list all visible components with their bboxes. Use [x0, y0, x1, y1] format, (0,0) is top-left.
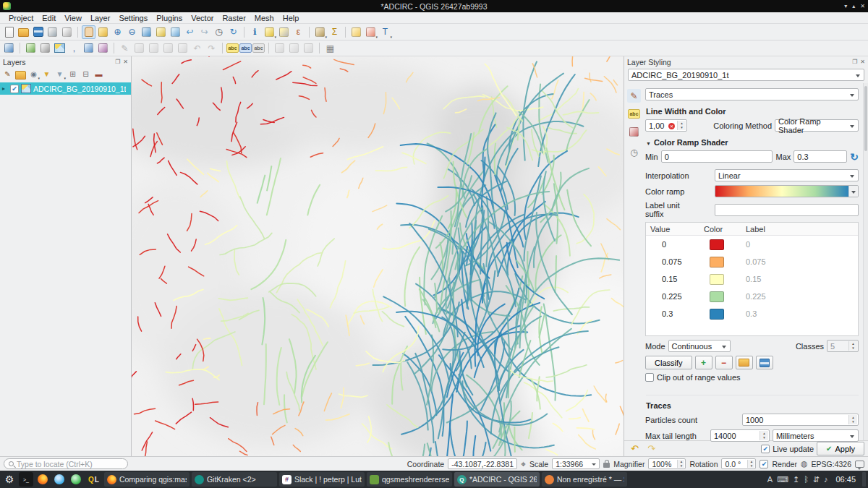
menu-layer[interactable]: Layer	[86, 14, 115, 22]
volume-indicator-icon[interactable]: ♪	[824, 475, 828, 484]
application-launcher-icon[interactable]	[2, 472, 17, 487]
bluetooth-indicator-icon[interactable]: ᛒ	[804, 475, 809, 484]
deselect-features-icon[interactable]	[277, 25, 291, 39]
scale-combo[interactable]: 1:33966	[552, 458, 600, 469]
zoom-last-icon[interactable]: ↩	[183, 25, 197, 39]
show-desktop-button[interactable]	[862, 472, 866, 487]
undo-style-icon[interactable]	[628, 442, 642, 455]
zoom-next-icon[interactable]: ↪	[197, 25, 211, 39]
statistical-summary-icon[interactable]: Σ	[328, 25, 341, 39]
menu-project[interactable]: Project	[4, 14, 38, 22]
expand-all-icon[interactable]: ⊞	[67, 68, 79, 80]
lock-scale-icon[interactable]	[603, 463, 610, 468]
mode-combo[interactable]: Continuous	[668, 340, 731, 352]
taskbar-task[interactable]: Comparing qgis:mast...	[104, 472, 190, 487]
labels-tab-icon[interactable]: abc	[628, 109, 640, 119]
color-swatch[interactable]	[710, 274, 724, 285]
collapse-icon[interactable]	[646, 138, 651, 147]
classes-spin[interactable]: 5	[827, 340, 859, 352]
toggle-editing-icon[interactable]: ✎	[118, 41, 132, 55]
layer-item[interactable]: ADCIRC_BG_20190910_1t	[0, 82, 131, 95]
line-width-spin[interactable]: 1,00	[645, 119, 687, 132]
table-row[interactable]: 0.30.3	[646, 305, 858, 322]
classify-button[interactable]: Classify	[645, 356, 692, 369]
toggle-extents-icon[interactable]	[521, 459, 526, 469]
renderer-combo[interactable]: Traces	[645, 88, 859, 100]
color-ramp-shader-section[interactable]: Color Ramp Shader	[646, 138, 859, 147]
menu-mesh[interactable]: Mesh	[250, 14, 278, 22]
save-project-icon[interactable]	[31, 25, 45, 39]
add-raster-layer-icon[interactable]	[38, 41, 52, 55]
open-layer-styling-panel-icon[interactable]: ✎	[1, 68, 14, 80]
layer-labeling-icon[interactable]: abc	[226, 43, 239, 53]
spinner-arrows[interactable]	[760, 431, 768, 440]
menu-raster[interactable]: Raster	[218, 14, 250, 22]
undock-panel-icon[interactable]	[852, 59, 857, 65]
collapse-all-icon[interactable]: ⊟	[80, 68, 92, 80]
spinner-arrows[interactable]	[747, 460, 754, 468]
mesh-calculator-icon[interactable]: ▦	[323, 41, 337, 55]
taskbar-task[interactable]: *ADCIRC - QGIS 26427...	[454, 472, 540, 487]
zoom-to-selection-icon[interactable]	[154, 25, 168, 39]
vertex-tool-icon[interactable]	[161, 41, 175, 55]
pan-to-selection-icon[interactable]	[96, 25, 110, 39]
add-feature-icon[interactable]	[147, 41, 161, 55]
map-canvas[interactable]	[132, 56, 624, 456]
spinner-arrows[interactable]	[677, 121, 686, 130]
show-layout-manager-icon[interactable]	[60, 25, 74, 39]
load-color-map-icon[interactable]	[736, 356, 753, 369]
menu-vector[interactable]: Vector	[187, 14, 218, 22]
pan-map-icon[interactable]	[82, 25, 95, 39]
menu-view[interactable]: View	[60, 14, 86, 22]
chevron-down-icon[interactable]	[848, 186, 858, 197]
spinner-arrows[interactable]	[848, 415, 857, 424]
identify-features-icon[interactable]: ℹ	[248, 25, 262, 39]
interpolation-combo[interactable]: Linear	[715, 169, 859, 181]
new-project-icon[interactable]	[2, 25, 16, 39]
expand-layer-icon[interactable]	[2, 85, 8, 92]
undock-panel-icon[interactable]	[115, 59, 120, 65]
save-layer-edits-icon[interactable]	[132, 41, 146, 55]
taskbar-task[interactable]: Slack | ! peterp | Lutr...	[279, 472, 365, 487]
layer-selector-combo[interactable]: ADCIRC_BG_20190910_1t	[628, 69, 864, 81]
add-postgis-layer-icon[interactable]	[82, 41, 95, 55]
temporal-controller-icon[interactable]: ◷	[212, 25, 226, 39]
keyboard-layout-indicator-icon[interactable]: ⌨	[777, 475, 788, 484]
close-panel-icon[interactable]	[860, 59, 865, 65]
new-annotation-icon[interactable]: ▾	[364, 25, 378, 39]
undo-icon[interactable]: ↶	[190, 41, 204, 55]
add-delimited-text-layer-icon[interactable]: ,	[67, 41, 81, 55]
add-mesh-layer-icon[interactable]	[53, 41, 67, 55]
rotate-label-icon[interactable]	[287, 41, 301, 55]
open-data-source-manager-icon[interactable]	[2, 41, 16, 55]
menu-plugins[interactable]: Plugins	[152, 14, 187, 22]
updates-indicator-icon[interactable]: ↥	[793, 475, 799, 484]
color-ramp-combo[interactable]	[715, 185, 859, 197]
table-row[interactable]: 0.150.15	[646, 270, 858, 288]
table-row[interactable]: 0.2250.225	[646, 288, 858, 305]
spinner-arrows[interactable]	[848, 341, 857, 351]
close-icon[interactable]	[860, 3, 865, 9]
table-row[interactable]: 0.0750.075	[646, 253, 858, 270]
add-group-icon[interactable]	[14, 68, 27, 80]
remove-entry-icon[interactable]	[715, 356, 733, 369]
label-unit-suffix-input[interactable]	[715, 204, 859, 216]
panel-scrollbar[interactable]	[863, 83, 868, 440]
crs-value[interactable]: EPSG:4326	[812, 460, 851, 468]
render-checkbox[interactable]	[760, 460, 768, 468]
map-tips-icon[interactable]	[349, 25, 363, 39]
max-tail-unit-combo[interactable]: Millimeters	[773, 429, 859, 442]
history-tab-icon[interactable]: ◷	[627, 145, 641, 159]
text-annotation-icon[interactable]: T▾	[378, 25, 392, 39]
konsole-icon[interactable]	[19, 472, 33, 487]
taskbar-task[interactable]: GitKraken <2>	[192, 472, 277, 487]
firefox-icon[interactable]	[35, 472, 50, 487]
color-swatch[interactable]	[710, 291, 724, 302]
symbology-tab-icon[interactable]: ✎	[627, 89, 641, 103]
delete-selected-icon[interactable]	[176, 41, 190, 55]
chat-icon[interactable]	[69, 472, 83, 487]
menu-settings[interactable]: Settings	[114, 14, 152, 22]
close-panel-icon[interactable]	[123, 59, 128, 65]
taskbar-task[interactable]: qgsmeshrenderersetti...	[367, 472, 452, 487]
coloring-method-combo[interactable]: Color Ramp Shader	[775, 119, 859, 132]
